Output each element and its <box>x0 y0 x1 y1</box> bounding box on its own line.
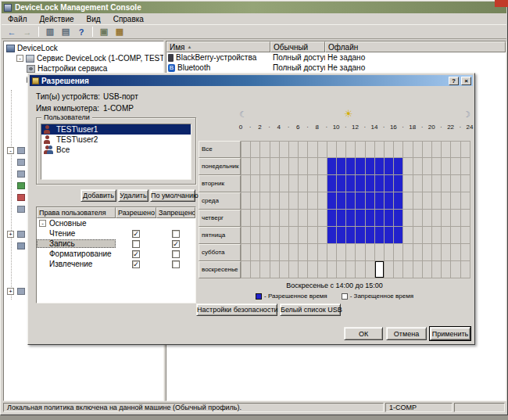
time-cell[interactable] <box>337 210 346 227</box>
back-icon[interactable]: ← <box>5 26 19 38</box>
time-cell[interactable] <box>375 175 385 192</box>
time-cell[interactable] <box>280 141 289 158</box>
expander-icon[interactable]: - <box>7 147 14 154</box>
tree-node-icon[interactable] <box>17 171 25 178</box>
rights-column-1[interactable]: Разрешено <box>116 207 156 218</box>
devices-icon[interactable]: ▣ <box>97 26 111 38</box>
expander-icon[interactable]: - <box>39 220 46 227</box>
time-cell[interactable] <box>251 244 260 261</box>
time-cell[interactable] <box>461 175 470 192</box>
time-cell[interactable] <box>385 141 394 158</box>
time-cell[interactable] <box>337 158 346 175</box>
time-cell[interactable] <box>251 261 260 278</box>
time-cell[interactable] <box>413 141 423 158</box>
time-cell[interactable] <box>270 141 280 158</box>
time-cell[interactable] <box>366 141 375 158</box>
time-cell[interactable] <box>260 192 270 210</box>
day-label[interactable]: среда <box>199 192 241 210</box>
time-cell[interactable] <box>375 192 385 210</box>
time-cell[interactable] <box>308 244 317 261</box>
rights-row-0[interactable]: Чтение✓ <box>37 228 195 239</box>
time-cell[interactable] <box>346 192 356 210</box>
time-cell[interactable] <box>403 141 413 158</box>
time-cell[interactable] <box>366 192 375 210</box>
time-cell[interactable] <box>260 141 270 158</box>
time-cell[interactable] <box>251 175 260 192</box>
time-cell[interactable] <box>366 210 375 227</box>
time-cell[interactable] <box>260 158 270 175</box>
rights-group-row[interactable]: -Основные <box>37 218 195 228</box>
user-item[interactable]: TEST\user1 <box>41 124 191 135</box>
denied-checkbox[interactable] <box>172 260 180 268</box>
time-cell[interactable] <box>270 210 280 227</box>
time-cell[interactable] <box>385 244 394 261</box>
time-cell[interactable] <box>337 192 346 210</box>
time-cell[interactable] <box>423 210 432 227</box>
time-cell[interactable] <box>451 192 460 210</box>
time-cell[interactable] <box>356 141 365 158</box>
time-cell[interactable] <box>337 261 346 278</box>
time-cell[interactable] <box>403 158 413 175</box>
time-cell[interactable] <box>375 141 385 158</box>
time-cell[interactable] <box>280 244 289 261</box>
time-cell[interactable] <box>251 141 260 158</box>
time-cell[interactable] <box>251 192 260 210</box>
time-cell[interactable] <box>413 192 423 210</box>
denied-checkbox[interactable] <box>172 250 180 258</box>
time-cell[interactable] <box>299 227 308 244</box>
time-cell[interactable] <box>356 210 365 227</box>
rights-column-0[interactable]: Права пользователя <box>37 207 116 218</box>
time-cell[interactable] <box>356 158 365 175</box>
time-cell[interactable] <box>280 192 289 210</box>
day-label[interactable]: четверг <box>199 210 241 227</box>
tree-node-icon[interactable] <box>17 194 25 201</box>
time-cell[interactable] <box>308 141 317 158</box>
time-cell[interactable] <box>461 244 470 261</box>
time-cell[interactable] <box>461 192 470 210</box>
time-cell[interactable] <box>318 141 327 158</box>
time-cell[interactable] <box>270 261 280 278</box>
time-cell[interactable] <box>451 210 460 227</box>
time-cell[interactable] <box>394 192 403 210</box>
usb-whitelist-button[interactable]: Белый список USB <box>280 303 341 316</box>
rights-row-2[interactable]: Форматирование✓ <box>37 249 195 259</box>
menu-item-help[interactable]: Справка <box>107 15 150 23</box>
list-item[interactable]: BlackBerry-устройстваПолный доступНе зад… <box>166 52 506 63</box>
time-cell[interactable] <box>394 244 403 261</box>
time-cell[interactable] <box>327 175 337 192</box>
allowed-checkbox[interactable] <box>132 240 140 248</box>
apply-button[interactable]: Применить <box>430 327 470 340</box>
column-header-2[interactable]: Офлайн <box>325 41 506 52</box>
time-cell[interactable] <box>327 244 337 261</box>
time-cell[interactable] <box>280 227 289 244</box>
time-cell[interactable] <box>461 210 470 227</box>
time-cell[interactable] <box>346 227 356 244</box>
time-cell[interactable] <box>337 141 346 158</box>
time-cell[interactable] <box>385 227 394 244</box>
time-cell[interactable] <box>241 227 251 244</box>
time-cell[interactable] <box>366 227 375 244</box>
remove-user-button[interactable]: Удалить <box>118 189 148 202</box>
time-cell[interactable] <box>413 244 423 261</box>
time-cell[interactable] <box>299 158 308 175</box>
time-cell[interactable] <box>346 261 356 278</box>
time-cell[interactable] <box>260 261 270 278</box>
time-cell[interactable] <box>356 227 365 244</box>
day-label[interactable]: Все <box>199 141 241 158</box>
time-cell[interactable] <box>461 158 470 175</box>
time-cell[interactable] <box>356 244 365 261</box>
time-cell[interactable] <box>413 261 423 278</box>
time-cell[interactable] <box>375 227 385 244</box>
time-cell[interactable] <box>241 210 251 227</box>
rights-column-2[interactable]: Запрещено <box>156 207 195 218</box>
menu-item-file[interactable]: Файл <box>2 15 34 23</box>
time-cell[interactable] <box>318 158 327 175</box>
tree-node-icon[interactable] <box>17 206 25 213</box>
close-button[interactable] <box>495 0 508 7</box>
time-cell[interactable] <box>356 175 365 192</box>
time-cell[interactable] <box>394 210 403 227</box>
rights-row-1[interactable]: Запись✓ <box>37 239 195 249</box>
time-cell[interactable] <box>318 261 327 278</box>
time-cell[interactable] <box>241 158 251 175</box>
time-cell[interactable] <box>451 261 460 278</box>
